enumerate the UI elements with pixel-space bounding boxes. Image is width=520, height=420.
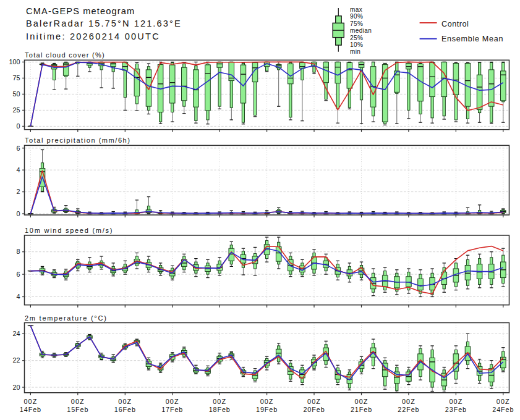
svg-text:00Z: 00Z [166,398,179,405]
svg-text:17Feb: 17Feb [161,406,183,413]
svg-text:0: 0 [16,122,20,130]
svg-text:00Z: 00Z [213,398,226,405]
svg-text:4: 4 [16,166,20,174]
svg-text:Total precipitation (mm/6h): Total precipitation (mm/6h) [25,136,130,144]
svg-text:19Feb: 19Feb [256,406,278,413]
svg-text:00Z: 00Z [402,398,416,405]
svg-text:00Z: 00Z [118,398,132,405]
svg-text:Ensemble Mean: Ensemble Mean [441,35,503,43]
svg-text:18Feb: 18Feb [209,406,231,413]
svg-text:20Feb: 20Feb [303,406,325,413]
svg-text:4: 4 [16,293,20,300]
svg-text:0: 0 [16,210,20,217]
svg-text:75%: 75% [350,20,363,27]
svg-text:50: 50 [12,90,20,98]
svg-text:22Feb: 22Feb [398,406,419,413]
svg-text:00Z: 00Z [23,398,37,405]
svg-text:2: 2 [16,188,20,195]
svg-text:75: 75 [12,74,20,82]
svg-text:00Z: 00Z [71,398,85,405]
svg-text:25: 25 [12,106,20,114]
svg-text:00Z: 00Z [449,398,462,405]
svg-text:Total cloud cover (%): Total cloud cover (%) [25,51,105,59]
svg-text:BalerRadar 15.75°N 121.63°E: BalerRadar 15.75°N 121.63°E [26,19,182,28]
svg-text:24Feb: 24Feb [492,406,514,413]
svg-text:6: 6 [16,271,20,278]
svg-text:00Z: 00Z [497,398,510,405]
svg-text:median: median [350,27,372,34]
svg-text:00Z: 00Z [355,398,369,405]
svg-text:21Feb: 21Feb [351,406,372,413]
svg-text:Control: Control [441,20,469,28]
svg-text:100: 100 [9,58,20,65]
svg-text:00Z: 00Z [260,398,274,405]
svg-text:10%: 10% [350,41,363,48]
svg-text:14Feb: 14Feb [20,406,41,413]
svg-text:24: 24 [12,330,20,337]
svg-text:2m temperature (°C): 2m temperature (°C) [25,314,108,322]
svg-text:00Z: 00Z [307,398,321,405]
svg-text:CMA-GEPS meteogram: CMA-GEPS meteogram [26,6,135,16]
svg-text:8: 8 [16,248,20,255]
svg-text:20: 20 [12,384,20,391]
svg-text:90%: 90% [350,13,363,20]
svg-text:25%: 25% [350,35,363,41]
svg-text:16Feb: 16Feb [114,406,136,413]
svg-text:22: 22 [12,356,20,364]
svg-text:max: max [350,6,362,13]
svg-text:15Feb: 15Feb [67,406,88,413]
svg-text:6: 6 [16,145,20,152]
svg-text:10m wind speed (m/s): 10m wind speed (m/s) [25,227,113,234]
svg-text:min: min [350,48,360,55]
svg-text:Initime: 20260214 00UTC: Initime: 20260214 00UTC [26,32,160,41]
svg-text:23Feb: 23Feb [445,406,467,413]
